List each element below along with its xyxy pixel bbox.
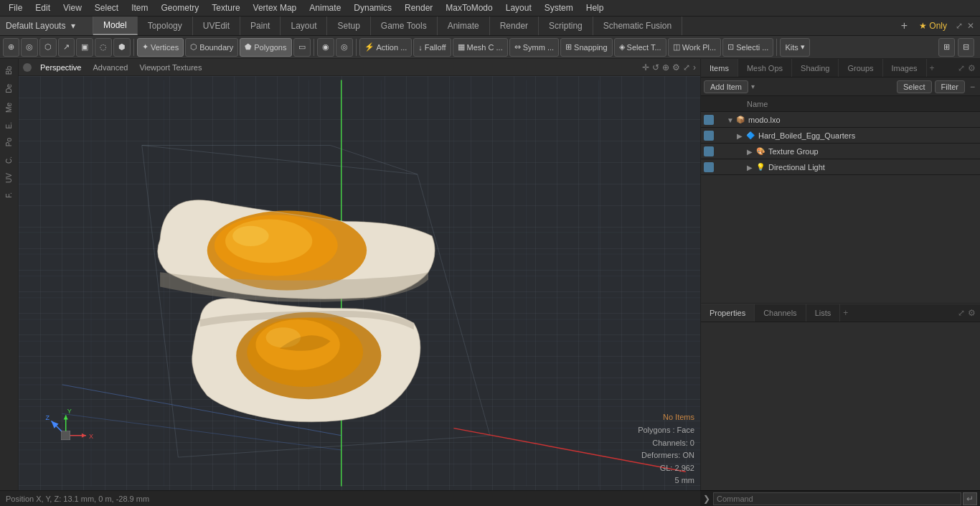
menu-animate[interactable]: Animate: [303, 1, 347, 14]
visibility-button-texture[interactable]: [704, 146, 714, 156]
props-tab-lists[interactable]: Lists: [806, 304, 841, 322]
menu-help[interactable]: Help: [580, 1, 610, 14]
tool-shape[interactable]: ▭: [293, 38, 311, 57]
sidebar-item-c[interactable]: C.: [4, 152, 14, 168]
expand-icon-egg[interactable]: ▶: [737, 132, 744, 139]
star-only-label[interactable]: ★ Only: [915, 21, 951, 31]
tool-boundary[interactable]: ⬡ Boundary: [185, 38, 238, 57]
list-item-modo-lxo[interactable]: ▼ 📦 modo.lxo: [701, 112, 980, 128]
sidebar-item-po[interactable]: Po: [4, 133, 14, 151]
panel-tab-groups[interactable]: Groups: [839, 59, 882, 77]
tool-vertices[interactable]: ✦ Vertices: [137, 38, 184, 57]
tool-symmetry[interactable]: ⇔ Symm ...: [509, 38, 559, 57]
tool-selection[interactable]: ⊡ Selecti ...: [722, 38, 773, 57]
add-layout-button[interactable]: +: [898, 19, 910, 32]
tool-transform-icon[interactable]: ⊞: [938, 38, 955, 57]
tool-snap-grid[interactable]: ⊟: [958, 38, 974, 57]
tool-select-t[interactable]: ◈ Select T...: [614, 38, 666, 57]
viewport-close-icon[interactable]: ›: [693, 62, 696, 72]
expand-icon-modo-lxo[interactable]: ▼: [727, 116, 734, 123]
tab-uvedit[interactable]: UVEdit: [193, 17, 240, 35]
panel-tab-mesh-ops[interactable]: Mesh Ops: [738, 59, 792, 77]
visibility-button-light[interactable]: [704, 162, 714, 172]
props-expand-icon[interactable]: ⤢: [958, 308, 965, 318]
tab-animate[interactable]: Animate: [438, 17, 490, 35]
sidebar-item-e[interactable]: E.: [4, 118, 14, 133]
viewport-maximize-icon[interactable]: ✛: [642, 62, 649, 72]
sidebar-item-uv[interactable]: UV: [4, 169, 14, 187]
command-enter-button[interactable]: ↵: [963, 492, 977, 505]
add-panel-tab-button[interactable]: +: [930, 63, 935, 73]
expand-icon-texture[interactable]: ▶: [747, 148, 754, 155]
tool-poly[interactable]: ⬢: [113, 38, 131, 57]
tab-scripting[interactable]: Scripting: [539, 17, 593, 35]
menu-dynamics[interactable]: Dynamics: [348, 1, 397, 14]
tab-game-tools[interactable]: Game Tools: [371, 17, 438, 35]
add-item-button[interactable]: Add Item: [704, 80, 748, 93]
maximize-icon[interactable]: ⤢: [956, 21, 963, 31]
tool-mesh[interactable]: ▦ Mesh C ...: [453, 38, 508, 57]
tool-kits[interactable]: Kits ▾: [780, 38, 809, 57]
sidebar-item-f[interactable]: F.: [4, 188, 14, 202]
tool-select-mode-2[interactable]: ◎: [21, 38, 38, 57]
expand-icon-light[interactable]: ▶: [747, 164, 754, 171]
tab-schematic-fusion[interactable]: Schematic Fusion: [593, 17, 682, 35]
menu-select[interactable]: Select: [89, 1, 124, 14]
visibility-button-modo-lxo[interactable]: [704, 115, 714, 125]
tool-snapping[interactable]: ⊞ Snapping: [560, 38, 613, 57]
panel-minimize-icon[interactable]: −: [968, 82, 977, 92]
menu-system[interactable]: System: [539, 1, 579, 14]
select-button[interactable]: Select: [897, 80, 932, 93]
props-tab-channels[interactable]: Channels: [755, 304, 806, 322]
viewport-rotate-icon[interactable]: ↺: [652, 62, 659, 72]
tab-model[interactable]: Model: [93, 17, 138, 35]
items-list[interactable]: ▼ 📦 modo.lxo ▶ 🔷 Hard_Boiled_Egg_Quarter…: [701, 112, 980, 303]
tab-setup[interactable]: Setup: [327, 17, 370, 35]
tool-eye1[interactable]: ◉: [317, 38, 334, 57]
viewport-tab-textures[interactable]: Viewport Textures: [136, 63, 204, 72]
command-input[interactable]: [713, 492, 961, 505]
tool-falloff[interactable]: ↓ Falloff: [413, 38, 451, 57]
tool-move[interactable]: ↗: [58, 38, 75, 57]
sidebar-item-de[interactable]: De: [4, 80, 14, 98]
panel-tab-items[interactable]: Items: [701, 59, 738, 77]
menu-geometry[interactable]: Geometry: [156, 1, 205, 14]
list-item-dir-light[interactable]: ▶ 💡 Directional Light: [701, 159, 980, 175]
tool-loop[interactable]: ▣: [76, 38, 93, 57]
menu-item[interactable]: Item: [126, 1, 154, 14]
add-item-dropdown-icon[interactable]: ▾: [751, 83, 755, 90]
panel-settings-icon[interactable]: ⚙: [968, 63, 976, 73]
props-tab-properties[interactable]: Properties: [701, 304, 755, 322]
tool-select-mode-1[interactable]: ⊕: [3, 38, 19, 57]
settings-icon[interactable]: ✕: [967, 21, 974, 31]
viewport-canvas[interactable]: X Y Z No Items Polygons : Face Channels:…: [19, 76, 700, 490]
menu-vertex-map[interactable]: Vertex Map: [248, 1, 303, 14]
menu-max-to-modo[interactable]: MaxToModo: [440, 1, 498, 14]
visibility-button-egg[interactable]: [704, 131, 714, 141]
tab-layout[interactable]: Layout: [281, 17, 327, 35]
tool-eye2[interactable]: ◎: [336, 38, 353, 57]
props-settings-icon[interactable]: ⚙: [968, 308, 976, 318]
filter-button[interactable]: Filter: [935, 80, 965, 93]
tool-select-mode-3[interactable]: ⬡: [39, 38, 57, 57]
tool-work-plane[interactable]: ◫ Work Pl...: [668, 38, 721, 57]
list-item-egg-quarters[interactable]: ▶ 🔷 Hard_Boiled_Egg_Quarters: [701, 128, 980, 144]
viewport-tab-advanced[interactable]: Advanced: [90, 63, 131, 72]
panel-expand-icon[interactable]: ⤢: [958, 63, 965, 73]
tab-topology[interactable]: Topology: [138, 17, 193, 35]
menu-view[interactable]: View: [57, 1, 88, 14]
tab-paint[interactable]: Paint: [240, 17, 281, 35]
viewport-expand-icon[interactable]: ⤢: [683, 62, 690, 72]
viewport-settings-icon[interactable]: ⚙: [672, 62, 680, 72]
list-item-texture-group[interactable]: ▶ 🎨 Texture Group: [701, 144, 980, 159]
sidebar-item-bb[interactable]: Bb: [4, 62, 14, 79]
layout-dropdown[interactable]: Default Layouts ▾: [0, 17, 93, 35]
menu-render[interactable]: Render: [399, 1, 438, 14]
tool-ring[interactable]: ◌: [95, 38, 112, 57]
add-props-tab-button[interactable]: +: [843, 308, 848, 318]
menu-edit[interactable]: Edit: [29, 1, 56, 14]
sidebar-item-me[interactable]: Me: [4, 98, 14, 117]
panel-tab-shading[interactable]: Shading: [792, 59, 839, 77]
menu-texture[interactable]: Texture: [206, 1, 245, 14]
tool-action[interactable]: ⚡ Action ...: [359, 38, 413, 57]
